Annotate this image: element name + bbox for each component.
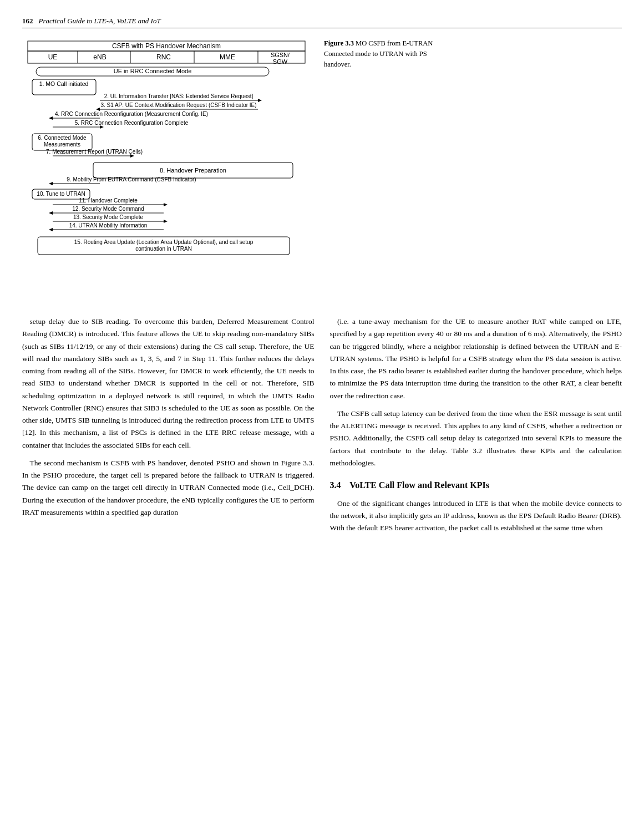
svg-marker-24	[49, 116, 53, 120]
svg-text:10. Tune to UTRAN: 10. Tune to UTRAN	[37, 191, 85, 197]
svg-text:15. Routing Area Update (Locat: 15. Routing Area Update (Location Area U…	[74, 239, 253, 245]
svg-text:3. S1 AP: UE Context Modificat: 3. S1 AP: UE Context Modification Reques…	[100, 102, 256, 108]
svg-marker-52	[49, 228, 53, 231]
figure-caption: Figure 3.3 MO CSFB from E-UTRAN Connecte…	[324, 38, 435, 301]
svg-text:MME: MME	[220, 53, 235, 61]
svg-text:SGSN/: SGSN/	[271, 52, 290, 58]
page-header: 162 Practical Guide to LTE-A, VoLTE and …	[22, 17, 622, 28]
svg-text:1. MO Call initiated: 1. MO Call initiated	[39, 80, 89, 87]
svg-text:4. RRC Connection Reconfigurat: 4. RRC Connection Reconfiguration (Measu…	[55, 111, 208, 117]
svg-text:5. RRC Connection Reconfigurat: 5. RRC Connection Reconfiguration Comple…	[75, 120, 189, 126]
body-col2-p2: The CSFB call setup latency can be deriv…	[330, 408, 622, 469]
text-col-right: (i.e. a tune-away mechanism for the UE t…	[330, 316, 622, 540]
svg-marker-18	[258, 99, 262, 102]
text-columns: setup delay due to SIB reading. To overc…	[22, 316, 622, 540]
svg-text:13. Security Mode Complete: 13. Security Mode Complete	[73, 214, 144, 220]
svg-text:SGW: SGW	[273, 58, 288, 65]
svg-text:9. Mobility From EUTRA Command: 9. Mobility From EUTRA Command (CSFB Ind…	[67, 176, 196, 182]
svg-text:12. Security Mode Command: 12. Security Mode Command	[72, 206, 144, 212]
section-34-heading: 3.4 VoLTE Call Flow and Relevant KPIs	[330, 478, 622, 493]
page-number: 162	[22, 17, 33, 26]
svg-text:Measurements: Measurements	[44, 141, 80, 148]
svg-marker-43	[164, 203, 168, 206]
svg-text:2. UL Information Transfer [NA: 2. UL Information Transfer [NAS: Extende…	[104, 93, 253, 99]
body-col1-p2: The second mechanism is CSFB with PS han…	[22, 457, 315, 519]
section-title: VoLTE Call Flow and Relevant KPIs	[349, 480, 489, 490]
diagram-svg: CSFB with PS Handover Mechanism UE eNB R…	[22, 38, 311, 299]
svg-text:7. Measurement Report (UTRAN C: 7. Measurement Report (UTRAN Cells)	[46, 149, 143, 155]
text-col-left: setup delay due to SIB reading. To overc…	[22, 316, 315, 540]
svg-text:UE: UE	[48, 53, 58, 61]
svg-text:CSFB with PS Handover Mechanis: CSFB with PS Handover Mechanism	[112, 42, 221, 50]
svg-text:6. Connected Mode: 6. Connected Mode	[38, 135, 87, 141]
svg-marker-49	[164, 220, 168, 223]
svg-text:RNC: RNC	[156, 53, 171, 61]
book-title: Practical Guide to LTE-A, VoLTE and IoT	[39, 17, 161, 26]
body-col1-p1: setup delay due to SIB reading. To overc…	[22, 316, 315, 451]
figure-caption-title: Figure 3.3	[324, 39, 356, 47]
svg-marker-38	[49, 182, 53, 185]
svg-text:14. UTRAN Mobility Information: 14. UTRAN Mobility Information	[69, 222, 148, 229]
svg-text:eNB: eNB	[93, 53, 106, 61]
svg-text:8. Handover Preparation: 8. Handover Preparation	[160, 167, 226, 174]
svg-text:continuation in UTRAN: continuation in UTRAN	[135, 246, 192, 252]
section-number: 3.4	[330, 480, 341, 490]
body-col2-p3: One of the significant changes introduce…	[330, 498, 622, 535]
body-col2-p1: (i.e. a tune-away mechanism for the UE t…	[330, 316, 622, 402]
diagram-container: CSFB with PS Handover Mechanism UE eNB R…	[22, 38, 311, 301]
svg-text:11. Handover Complete: 11. Handover Complete	[79, 197, 138, 204]
svg-marker-46	[49, 211, 53, 215]
svg-text:UE in RRC Connected Mode: UE in RRC Connected Mode	[114, 68, 192, 74]
figure-row: CSFB with PS Handover Mechanism UE eNB R…	[22, 38, 622, 301]
